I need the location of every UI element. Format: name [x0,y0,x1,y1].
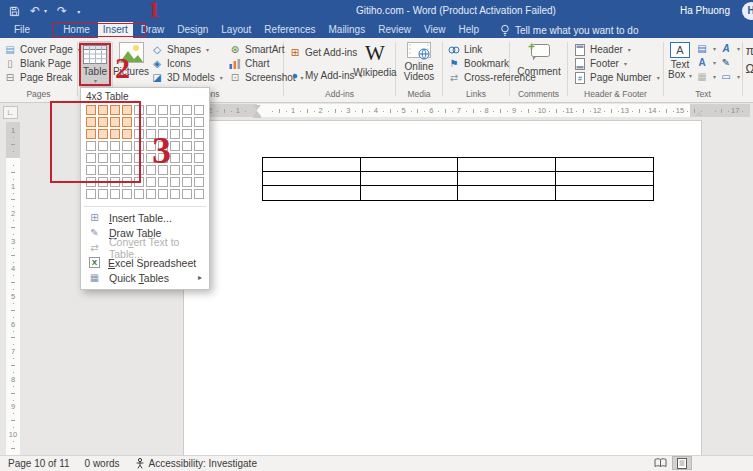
insert-table-menu-item[interactable]: ⊞ Insert Table... [81,210,209,225]
word-count[interactable]: 0 words [85,458,120,469]
table-grid-cell[interactable] [122,165,132,175]
left-indent-marker[interactable] [253,116,261,119]
table-grid-cell[interactable] [98,117,108,127]
table-grid-cell[interactable] [110,153,120,163]
table-grid-cell[interactable] [158,117,168,127]
tab-layout[interactable]: Layout [216,22,256,38]
undo-button[interactable]: ↶ [30,0,40,22]
get-addins-button[interactable]: ⊞ Get Add-ins [289,46,357,59]
table-grid-cell[interactable] [182,177,192,187]
tab-view[interactable]: View [419,22,451,38]
table-grid-cell[interactable] [98,141,108,151]
table-grid-cell[interactable] [194,165,204,175]
table-grid-cell[interactable] [182,129,192,139]
table-grid-cell[interactable] [122,129,132,139]
excel-spreadsheet-menu-item[interactable]: X Excel Spreadsheet [81,255,209,270]
table-grid-cell[interactable] [146,129,156,139]
table-grid-cell[interactable] [146,117,156,127]
table-grid-cell[interactable] [146,141,156,151]
signed-in-user[interactable]: Ha Phuong [680,0,730,22]
icons-button[interactable]: ◈ Icons [151,57,191,70]
cover-page-button[interactable]: ▤ Cover Page ▾ [4,43,81,56]
document-table-cell[interactable] [556,158,654,172]
table-grid-cell[interactable] [134,141,144,151]
drop-cap-button[interactable]: A ▾ [696,56,716,69]
document-table-cell[interactable] [361,158,459,172]
table-grid-cell[interactable] [98,165,108,175]
tab-references[interactable]: References [259,22,320,38]
table-grid-cell[interactable] [110,129,120,139]
web-layout-button[interactable] [748,456,753,470]
print-layout-button[interactable] [672,456,692,470]
customize-qat-button[interactable]: ▾ [77,0,80,23]
document-table-cell[interactable] [263,158,361,172]
table-grid-cell[interactable] [86,141,96,151]
table-grid-cell[interactable] [110,117,120,127]
document-table-cell[interactable] [458,172,556,186]
table-grid-cell[interactable] [194,177,204,187]
table-grid-cell[interactable] [98,189,108,199]
undo-dropdown-icon[interactable]: ▾ [44,0,47,22]
table-button[interactable]: Table ▾ [79,41,111,87]
table-grid-cell[interactable] [98,129,108,139]
table-grid-cell[interactable] [158,129,168,139]
table-grid-cell[interactable] [122,153,132,163]
table-grid-cell[interactable] [158,153,168,163]
document-table-cell[interactable] [263,186,361,200]
table-grid-cell[interactable] [122,117,132,127]
table-grid-cell[interactable] [98,153,108,163]
table-grid-cell[interactable] [86,105,96,115]
tab-design[interactable]: Design [172,22,213,38]
online-videos-button[interactable]: Online Videos [401,42,437,82]
table-grid-cell[interactable] [170,141,180,151]
table-grid-cell[interactable] [134,105,144,115]
first-line-indent-marker[interactable] [253,105,261,110]
table-grid-cell[interactable] [194,105,204,115]
bookmark-button[interactable]: ⚑ Bookmark [448,57,509,70]
save-button[interactable] [9,6,20,17]
table-grid-cell[interactable] [182,165,192,175]
table-grid-cell[interactable] [110,105,120,115]
chart-button[interactable]: Chart [229,57,269,70]
table-grid-cell[interactable] [122,141,132,151]
table-grid-cell[interactable] [194,189,204,199]
page-break-button[interactable]: ⊟ Page Break [4,71,72,84]
table-grid-cell[interactable] [122,105,132,115]
table-grid-cell[interactable] [146,165,156,175]
tab-home[interactable]: Home [58,22,95,38]
table-grid-cell[interactable] [110,165,120,175]
equation-button[interactable]: π [744,44,753,57]
table-grid-cell[interactable] [122,189,132,199]
table-grid-cell[interactable] [110,141,120,151]
redo-button[interactable]: ↷ [57,0,67,22]
table-grid-cell[interactable] [110,189,120,199]
document-table-cell[interactable] [361,186,459,200]
document-table-cell[interactable] [458,158,556,172]
table-grid-cell[interactable] [158,177,168,187]
table-grid-cell[interactable] [134,165,144,175]
read-mode-button[interactable] [650,456,670,470]
tab-help[interactable]: Help [453,22,484,38]
table-grid-cell[interactable] [182,105,192,115]
quick-tables-menu-item[interactable]: ▦ Quick Tables ▸ [81,270,209,285]
table-grid-cell[interactable] [122,177,132,187]
quick-parts-button[interactable]: ▤ ▾ [696,42,716,55]
symbol-button[interactable]: Ω [744,62,753,75]
table-grid-cell[interactable] [194,117,204,127]
3d-models-button[interactable]: ◪ 3D Models ▾ [151,71,223,84]
table-grid-cell[interactable] [170,105,180,115]
document-table-cell[interactable] [556,172,654,186]
table-grid-cell[interactable] [146,153,156,163]
date-time-button[interactable]: ▦ ▾ [696,70,716,83]
document-table-cell[interactable] [458,186,556,200]
tab-insert[interactable]: Insert [98,22,133,38]
table-grid-cell[interactable] [170,129,180,139]
table-grid-cell[interactable] [170,165,180,175]
footer-button[interactable]: Footer ▾ [574,57,627,70]
table-grid-cell[interactable] [194,141,204,151]
table-grid-cell[interactable] [170,153,180,163]
tab-file[interactable]: File [7,22,37,38]
text-box-button[interactable]: A Text Box ▾ [666,42,694,81]
blank-page-button[interactable]: ▯ Blank Page [4,57,71,70]
user-avatar[interactable]: H [742,2,753,20]
